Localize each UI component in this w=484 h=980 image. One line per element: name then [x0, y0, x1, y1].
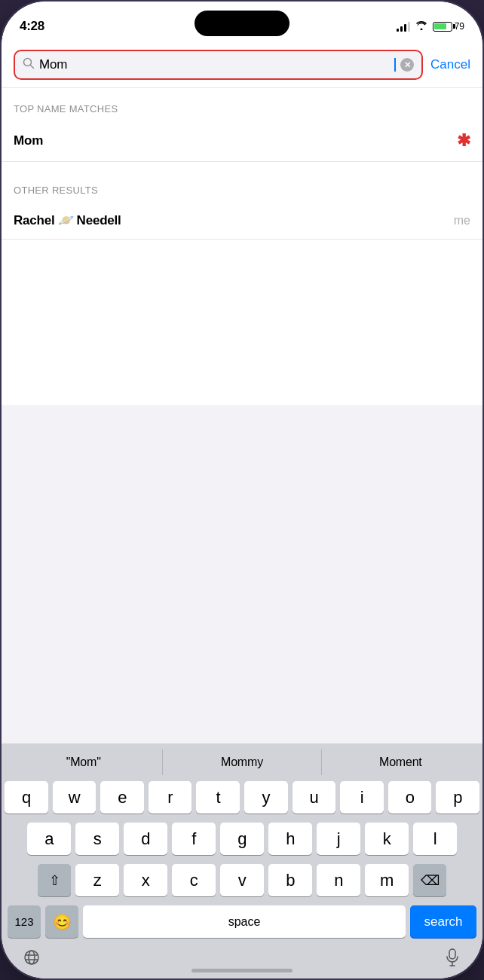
key-r[interactable]: r [149, 781, 192, 814]
key-g[interactable]: g [220, 823, 264, 855]
key-n[interactable]: n [317, 864, 360, 896]
result-badge-asterisk: ✱ [457, 131, 470, 151]
key-globe[interactable] [15, 945, 48, 969]
home-indicator [191, 969, 293, 972]
key-y[interactable]: y [244, 781, 288, 814]
key-b[interactable]: b [268, 864, 312, 896]
result-name-mom: Mom [14, 133, 43, 148]
main-content: TOP NAME MATCHES Mom ✱ OTHER RESULTS Rac… [2, 88, 482, 405]
result-item-mom[interactable]: Mom ✱ [2, 121, 482, 162]
key-l[interactable]: l [413, 823, 457, 855]
key-p[interactable]: p [436, 781, 479, 814]
key-m[interactable]: m [365, 864, 409, 896]
key-x[interactable]: x [124, 864, 167, 896]
empty-content-area [2, 240, 482, 405]
result-name-row: Rachel 🪐 Needell [14, 212, 121, 228]
key-shift[interactable]: ⇧ [38, 864, 71, 896]
status-bar: 4:28 [2, 2, 482, 42]
status-time: 4:28 [20, 19, 44, 34]
key-v[interactable]: v [220, 864, 264, 896]
svg-rect-6 [449, 949, 455, 959]
key-search[interactable]: search [410, 905, 476, 938]
search-bar-container[interactable]: Mom ✕ [14, 50, 423, 80]
key-s[interactable]: s [75, 823, 119, 855]
battery-icon: 79 [433, 21, 464, 32]
cursor [394, 58, 396, 72]
keyboard-row-bottom: 123 😊 space search [5, 905, 479, 938]
key-i[interactable]: i [340, 781, 384, 814]
key-d[interactable]: d [124, 823, 167, 855]
key-e[interactable]: e [100, 781, 144, 814]
dynamic-island [195, 11, 289, 36]
keyboard-row-3: ⇧ z x c v b n m ⌫ [5, 864, 479, 896]
result-emoji: 🪐 [58, 212, 74, 228]
key-z[interactable]: z [75, 864, 119, 896]
section-header-top-matches: TOP NAME MATCHES [2, 88, 482, 121]
autocomplete-bar: "Mom" Mommy Moment [5, 750, 479, 775]
result-first-name: Rachel [14, 213, 55, 228]
svg-line-1 [31, 66, 34, 69]
autocomplete-moment[interactable]: Moment [322, 750, 479, 775]
key-w[interactable]: w [53, 781, 96, 814]
key-o[interactable]: o [388, 781, 432, 814]
key-c[interactable]: c [172, 864, 216, 896]
signal-icon [397, 21, 410, 32]
key-f[interactable]: f [172, 823, 216, 855]
key-numbers[interactable]: 123 [8, 905, 41, 938]
result-last-name: Needell [77, 213, 121, 228]
key-emoji[interactable]: 😊 [45, 905, 78, 938]
search-icon [23, 57, 35, 72]
key-delete[interactable]: ⌫ [413, 864, 446, 896]
key-a[interactable]: a [27, 823, 71, 855]
key-j[interactable]: j [317, 823, 360, 855]
key-k[interactable]: k [365, 823, 409, 855]
search-input-value[interactable]: Mom [39, 57, 390, 72]
cancel-button[interactable]: Cancel [430, 57, 470, 72]
search-area: Mom ✕ Cancel [2, 42, 482, 88]
search-clear-button[interactable]: ✕ [400, 58, 414, 72]
keyboard: "Mom" Mommy Moment q w e r t y u i o p a… [2, 743, 482, 978]
autocomplete-mom[interactable]: "Mom" [5, 750, 163, 775]
key-u[interactable]: u [293, 781, 336, 814]
key-space[interactable]: space [83, 905, 406, 938]
clear-icon: ✕ [404, 61, 411, 69]
result-item-rachel[interactable]: Rachel 🪐 Needell me [2, 202, 482, 240]
phone-screen: 4:28 [2, 2, 482, 978]
keyboard-row-1: q w e r t y u i o p [5, 781, 479, 814]
section-header-other-results: OTHER RESULTS [2, 169, 482, 202]
wifi-icon [415, 20, 427, 32]
result-meta-me: me [454, 214, 470, 227]
svg-point-3 [29, 951, 35, 964]
svg-point-2 [25, 951, 38, 964]
key-h[interactable]: h [268, 823, 312, 855]
autocomplete-mommy[interactable]: Mommy [163, 750, 321, 775]
key-q[interactable]: q [5, 781, 48, 814]
keyboard-row-2: a s d f g h j k l [5, 823, 479, 855]
battery-level: 79 [455, 21, 464, 32]
key-t[interactable]: t [196, 781, 240, 814]
phone-frame: 4:28 [0, 0, 484, 980]
key-microphone[interactable] [436, 945, 469, 969]
status-icons: 79 [397, 20, 464, 32]
